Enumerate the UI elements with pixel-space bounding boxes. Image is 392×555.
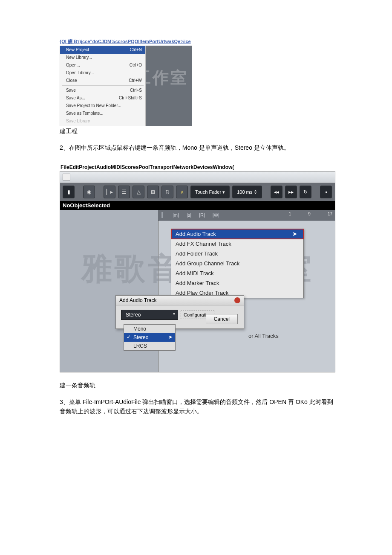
paragraph-step2: 2、在图中所示区域点鼠标右键建一条音频轨，Mono 是单声道轨，Stereo 是… bbox=[60, 143, 337, 152]
menu-item-revert: Revert bbox=[60, 125, 145, 126]
configuration-dropdown-list: Mono Stereo ➤ LRCS bbox=[124, 324, 176, 351]
prev-button[interactable]: ◂◂ bbox=[271, 186, 282, 198]
ruler: 1 9 17 bbox=[289, 212, 332, 216]
tracks-header: |m| |s| |R| |W| 1 9 17 bbox=[158, 210, 335, 221]
menu-item-save-new-folder[interactable]: Save Project to New Folder... bbox=[60, 102, 145, 110]
paragraph-step3: 3、菜单 File-ImPOrt-AUdioFile 弹出扫瞄窗口，选择需要编辑… bbox=[60, 397, 337, 416]
menu-item-label: Save as Template... bbox=[66, 111, 104, 116]
context-menu: Add Audio Track ➤ Add FX Channel Track A… bbox=[171, 229, 304, 298]
menu-item-save-library: Save Library bbox=[60, 117, 145, 125]
menu-item-shortcut: Ctrl+O bbox=[130, 63, 142, 68]
next-button[interactable]: ▸▸ bbox=[285, 186, 297, 198]
ruler-mark: 9 bbox=[308, 212, 311, 216]
ctx-add-group-track[interactable]: Add Group Channel Track bbox=[171, 259, 303, 268]
close-icon[interactable] bbox=[234, 297, 240, 303]
ctx-add-marker-track[interactable]: Add Marker Track bbox=[171, 278, 303, 288]
caption-build-audio-track: 建一条音频轨 bbox=[60, 382, 337, 389]
menu-item-shortcut: Ctrl+W bbox=[129, 78, 142, 83]
menu-item-label: New Project bbox=[66, 47, 89, 52]
ctx-label: Add Audio Track bbox=[176, 231, 216, 237]
toolbar-button[interactable]: △ bbox=[133, 186, 144, 198]
ctx-add-audio-track[interactable]: Add Audio Track ➤ bbox=[171, 229, 303, 239]
menu-item-label: Close bbox=[66, 78, 77, 83]
ms-value: 100 ms bbox=[237, 189, 252, 195]
menu-item-label: Open... bbox=[66, 63, 80, 68]
window-titlebar bbox=[60, 171, 335, 183]
touch-fader-dropdown[interactable]: Touch Fader ▾ bbox=[190, 186, 230, 198]
toolbar-button[interactable]: ☰ bbox=[118, 186, 130, 198]
toolbar-button[interactable]: ⇅ bbox=[161, 186, 173, 198]
toolbar-button[interactable]: ▪ bbox=[320, 186, 332, 198]
toolbar-button[interactable]: ▮ bbox=[63, 186, 75, 198]
configuration-combo[interactable]: Stereo bbox=[121, 310, 178, 320]
dialog-title: Add Audio Track bbox=[119, 297, 156, 303]
system-menu-icon[interactable] bbox=[63, 174, 70, 180]
toolbar-button[interactable]: ▏▸ bbox=[104, 186, 115, 198]
menu-item-close[interactable]: Close Ctrl+W bbox=[60, 77, 145, 84]
hdr-token: |W| bbox=[213, 212, 219, 218]
menu-item-label: Save Project to New Folder... bbox=[66, 103, 121, 108]
ms-spinner[interactable]: 100 ms ⇕ bbox=[232, 186, 262, 198]
toolbar-button[interactable]: ◉ bbox=[83, 186, 95, 198]
menu-separator bbox=[62, 85, 144, 86]
opt-mono[interactable]: Mono bbox=[124, 325, 175, 333]
screenshot-add-track: ▮ ◉ ▏▸ ☰ △ ⊞ ⇅ ∧ Touch Fader ▾ 100 ms ⇕ … bbox=[60, 171, 335, 372]
opt-stereo[interactable]: Stereo ➤ bbox=[124, 333, 175, 342]
dialog-titlebar: Add Audio Track bbox=[116, 296, 244, 305]
or-all-tracks-label: or All Tracks bbox=[248, 333, 279, 339]
add-audio-track-dialog: Add Audio Track Stereo Configuration Mon… bbox=[115, 295, 244, 329]
caption-build-project: 建工程 bbox=[60, 128, 337, 135]
ctx-add-fx-track[interactable]: Add FX Channel Track bbox=[171, 239, 303, 249]
menu-item-shortcut: Ctrl+Shift+S bbox=[119, 96, 142, 101]
opt-label: Stereo bbox=[133, 334, 148, 340]
cancel-button[interactable]: Cancel bbox=[206, 314, 238, 324]
menu-item-open[interactable]: Open... Ctrl+O bbox=[60, 61, 145, 69]
opt-lrcs[interactable]: LRCS bbox=[124, 342, 175, 350]
toolbar-button[interactable]: ⊞ bbox=[147, 186, 159, 198]
ruler-mark: 17 bbox=[328, 212, 332, 216]
track-area[interactable]: |m| |s| |R| |W| 1 9 17 雅歌音乐工作室 Add Audio… bbox=[60, 210, 335, 372]
header-garbled-line: {QI 酬 Bт)jcce"doCJDM¼ccrosPQOIIfemPortUr… bbox=[60, 38, 337, 45]
menu-item-save-template[interactable]: Save as Template... bbox=[60, 110, 145, 117]
ctx-add-midi-track[interactable]: Add MIDI Track bbox=[171, 268, 303, 278]
menu-item-shortcut: Ctrl+N bbox=[130, 47, 142, 52]
menu-item-save-as[interactable]: Save As... Ctrl+Shift+S bbox=[60, 94, 145, 102]
menu-item-label: Save As... bbox=[66, 96, 85, 101]
play-icon[interactable]: ∧ bbox=[176, 186, 188, 198]
menu-item-new-library[interactable]: New Library... bbox=[60, 54, 145, 61]
info-bar: NoObjectSelected bbox=[60, 201, 335, 210]
ruler-mark: 1 bbox=[289, 212, 291, 216]
menu-item-label: Save Library bbox=[66, 119, 90, 124]
loop-button[interactable]: ↻ bbox=[300, 186, 311, 198]
hdr-token: |s| bbox=[187, 212, 191, 218]
menubar-text: FileEditProjectAudioMIDIScoresPoolTransp… bbox=[61, 164, 337, 170]
menu-item-label: Save bbox=[66, 88, 76, 93]
menu-item-label: New Library... bbox=[66, 55, 92, 60]
file-menu: New Project Ctrl+N New Library... Open..… bbox=[60, 46, 146, 126]
toolbar: ▮ ◉ ▏▸ ☰ △ ⊞ ⇅ ∧ Touch Fader ▾ 100 ms ⇕ … bbox=[60, 183, 335, 201]
menu-item-new-project[interactable]: New Project Ctrl+N bbox=[60, 46, 145, 54]
menu-item-label: Open Library... bbox=[66, 70, 94, 76]
menu-item-shortcut: Ctrl+S bbox=[130, 88, 142, 93]
screenshot-file-menu: 雅歌音乐工作室 New Project Ctrl+N New Library..… bbox=[60, 46, 192, 126]
ctx-add-folder-track[interactable]: Add Folder Track bbox=[171, 249, 303, 259]
cursor-icon: ➤ bbox=[168, 334, 173, 340]
cursor-icon: ➤ bbox=[292, 230, 297, 237]
menu-item-open-library[interactable]: Open Library... bbox=[60, 69, 145, 77]
menu-item-save[interactable]: Save Ctrl+S bbox=[60, 87, 145, 94]
hdr-token: |R| bbox=[199, 212, 205, 218]
hdr-token: |m| bbox=[173, 212, 179, 218]
